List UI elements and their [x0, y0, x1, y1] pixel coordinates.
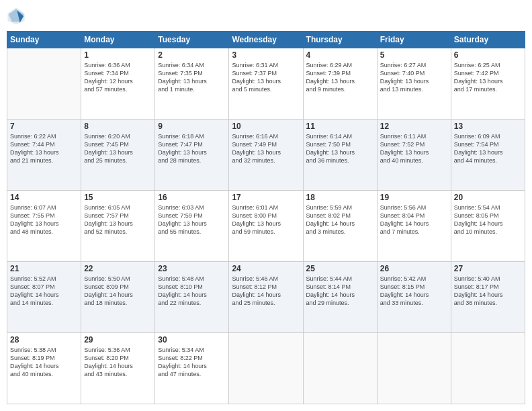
col-header-friday: Friday [377, 32, 451, 48]
calendar-cell: 20Sunrise: 5:54 AM Sunset: 8:05 PM Dayli… [451, 191, 525, 262]
calendar-table: SundayMondayTuesdayWednesdayThursdayFrid… [7, 31, 525, 404]
calendar-cell: 18Sunrise: 5:59 AM Sunset: 8:02 PM Dayli… [303, 191, 377, 262]
day-info: Sunrise: 5:46 AM Sunset: 8:12 PM Dayligh… [232, 275, 300, 308]
calendar-cell: 27Sunrise: 5:40 AM Sunset: 8:17 PM Dayli… [451, 262, 525, 333]
day-info: Sunrise: 6:20 AM Sunset: 7:45 PM Dayligh… [84, 132, 152, 165]
day-number: 3 [232, 50, 300, 60]
day-info: Sunrise: 6:01 AM Sunset: 8:00 PM Dayligh… [232, 203, 300, 236]
calendar-cell: 7Sunrise: 6:22 AM Sunset: 7:44 PM Daylig… [7, 120, 81, 191]
day-info: Sunrise: 5:42 AM Sunset: 8:15 PM Dayligh… [380, 275, 448, 308]
col-header-wednesday: Wednesday [229, 32, 303, 48]
day-info: Sunrise: 6:25 AM Sunset: 7:42 PM Dayligh… [454, 61, 522, 94]
day-info: Sunrise: 5:56 AM Sunset: 8:04 PM Dayligh… [380, 203, 448, 236]
calendar-cell: 12Sunrise: 6:11 AM Sunset: 7:52 PM Dayli… [377, 120, 451, 191]
day-number: 29 [84, 335, 152, 345]
calendar-cell: 28Sunrise: 5:38 AM Sunset: 8:19 PM Dayli… [7, 333, 81, 404]
calendar-cell: 30Sunrise: 5:34 AM Sunset: 8:22 PM Dayli… [155, 333, 229, 404]
day-info: Sunrise: 5:38 AM Sunset: 8:19 PM Dayligh… [10, 346, 78, 379]
calendar-cell: 4Sunrise: 6:29 AM Sunset: 7:39 PM Daylig… [303, 48, 377, 120]
day-info: Sunrise: 5:48 AM Sunset: 8:10 PM Dayligh… [158, 275, 226, 308]
day-number: 4 [306, 50, 374, 60]
calendar-cell: 24Sunrise: 5:46 AM Sunset: 8:12 PM Dayli… [229, 262, 303, 333]
header [7, 7, 525, 26]
day-number: 19 [380, 193, 448, 202]
calendar-cell [303, 333, 377, 404]
calendar-cell: 1Sunrise: 6:36 AM Sunset: 7:34 PM Daylig… [81, 48, 155, 120]
day-number: 6 [454, 50, 522, 60]
day-number: 11 [306, 122, 374, 131]
day-number: 15 [84, 193, 152, 202]
calendar-cell: 3Sunrise: 6:31 AM Sunset: 7:37 PM Daylig… [229, 48, 303, 120]
day-info: Sunrise: 6:11 AM Sunset: 7:52 PM Dayligh… [380, 132, 448, 165]
day-info: Sunrise: 6:07 AM Sunset: 7:55 PM Dayligh… [10, 203, 78, 236]
calendar-cell: 19Sunrise: 5:56 AM Sunset: 8:04 PM Dayli… [377, 191, 451, 262]
day-info: Sunrise: 6:14 AM Sunset: 7:50 PM Dayligh… [306, 132, 374, 165]
calendar-cell: 9Sunrise: 6:18 AM Sunset: 7:47 PM Daylig… [155, 120, 229, 191]
day-number: 27 [454, 264, 522, 273]
page: SundayMondayTuesdayWednesdayThursdayFrid… [0, 0, 532, 411]
calendar-cell [229, 333, 303, 404]
calendar-cell: 10Sunrise: 6:16 AM Sunset: 7:49 PM Dayli… [229, 120, 303, 191]
day-info: Sunrise: 6:03 AM Sunset: 7:59 PM Dayligh… [158, 203, 226, 236]
day-info: Sunrise: 6:22 AM Sunset: 7:44 PM Dayligh… [10, 132, 78, 165]
calendar-cell: 23Sunrise: 5:48 AM Sunset: 8:10 PM Dayli… [155, 262, 229, 333]
day-info: Sunrise: 6:16 AM Sunset: 7:49 PM Dayligh… [232, 132, 300, 165]
calendar-cell: 15Sunrise: 6:05 AM Sunset: 7:57 PM Dayli… [81, 191, 155, 262]
calendar-cell: 21Sunrise: 5:52 AM Sunset: 8:07 PM Dayli… [7, 262, 81, 333]
calendar-header-row: SundayMondayTuesdayWednesdayThursdayFrid… [7, 32, 525, 48]
day-info: Sunrise: 5:59 AM Sunset: 8:02 PM Dayligh… [306, 203, 374, 236]
calendar-cell: 8Sunrise: 6:20 AM Sunset: 7:45 PM Daylig… [81, 120, 155, 191]
day-info: Sunrise: 5:50 AM Sunset: 8:09 PM Dayligh… [84, 275, 152, 308]
day-info: Sunrise: 6:18 AM Sunset: 7:47 PM Dayligh… [158, 132, 226, 165]
day-number: 30 [158, 335, 226, 345]
calendar-cell: 13Sunrise: 6:09 AM Sunset: 7:54 PM Dayli… [451, 120, 525, 191]
day-number: 8 [84, 122, 152, 131]
day-number: 24 [232, 264, 300, 273]
col-header-monday: Monday [81, 32, 155, 48]
day-number: 12 [380, 122, 448, 131]
day-number: 14 [10, 193, 78, 202]
day-info: Sunrise: 5:54 AM Sunset: 8:05 PM Dayligh… [454, 203, 522, 236]
day-info: Sunrise: 6:31 AM Sunset: 7:37 PM Dayligh… [232, 61, 300, 94]
day-info: Sunrise: 6:36 AM Sunset: 7:34 PM Dayligh… [84, 61, 152, 94]
day-number: 10 [232, 122, 300, 131]
day-number: 16 [158, 193, 226, 202]
logo [7, 7, 28, 26]
calendar-cell [451, 333, 525, 404]
calendar-cell: 16Sunrise: 6:03 AM Sunset: 7:59 PM Dayli… [155, 191, 229, 262]
calendar-cell: 2Sunrise: 6:34 AM Sunset: 7:35 PM Daylig… [155, 48, 229, 120]
day-info: Sunrise: 6:29 AM Sunset: 7:39 PM Dayligh… [306, 61, 374, 94]
day-number: 13 [454, 122, 522, 131]
day-info: Sunrise: 5:34 AM Sunset: 8:22 PM Dayligh… [158, 346, 226, 379]
col-header-sunday: Sunday [7, 32, 81, 48]
calendar-week-row: 1Sunrise: 6:36 AM Sunset: 7:34 PM Daylig… [7, 48, 525, 120]
calendar-cell: 26Sunrise: 5:42 AM Sunset: 8:15 PM Dayli… [377, 262, 451, 333]
day-info: Sunrise: 6:34 AM Sunset: 7:35 PM Dayligh… [158, 61, 226, 94]
calendar-cell [7, 48, 81, 120]
day-number: 25 [306, 264, 374, 273]
day-number: 21 [10, 264, 78, 273]
col-header-tuesday: Tuesday [155, 32, 229, 48]
day-number: 26 [380, 264, 448, 273]
calendar-cell: 6Sunrise: 6:25 AM Sunset: 7:42 PM Daylig… [451, 48, 525, 120]
logo-icon [7, 7, 26, 26]
day-number: 9 [158, 122, 226, 131]
calendar-cell: 17Sunrise: 6:01 AM Sunset: 8:00 PM Dayli… [229, 191, 303, 262]
day-info: Sunrise: 6:27 AM Sunset: 7:40 PM Dayligh… [380, 61, 448, 94]
col-header-thursday: Thursday [303, 32, 377, 48]
day-number: 23 [158, 264, 226, 273]
day-info: Sunrise: 5:52 AM Sunset: 8:07 PM Dayligh… [10, 275, 78, 308]
day-info: Sunrise: 5:36 AM Sunset: 8:20 PM Dayligh… [84, 346, 152, 379]
day-number: 22 [84, 264, 152, 273]
calendar-cell: 14Sunrise: 6:07 AM Sunset: 7:55 PM Dayli… [7, 191, 81, 262]
day-number: 20 [454, 193, 522, 202]
calendar-cell: 11Sunrise: 6:14 AM Sunset: 7:50 PM Dayli… [303, 120, 377, 191]
day-info: Sunrise: 5:40 AM Sunset: 8:17 PM Dayligh… [454, 275, 522, 308]
day-number: 28 [10, 335, 78, 345]
calendar-week-row: 28Sunrise: 5:38 AM Sunset: 8:19 PM Dayli… [7, 333, 525, 404]
calendar-cell: 22Sunrise: 5:50 AM Sunset: 8:09 PM Dayli… [81, 262, 155, 333]
calendar-week-row: 14Sunrise: 6:07 AM Sunset: 7:55 PM Dayli… [7, 191, 525, 262]
calendar-cell: 29Sunrise: 5:36 AM Sunset: 8:20 PM Dayli… [81, 333, 155, 404]
calendar-cell: 25Sunrise: 5:44 AM Sunset: 8:14 PM Dayli… [303, 262, 377, 333]
day-number: 1 [84, 50, 152, 60]
